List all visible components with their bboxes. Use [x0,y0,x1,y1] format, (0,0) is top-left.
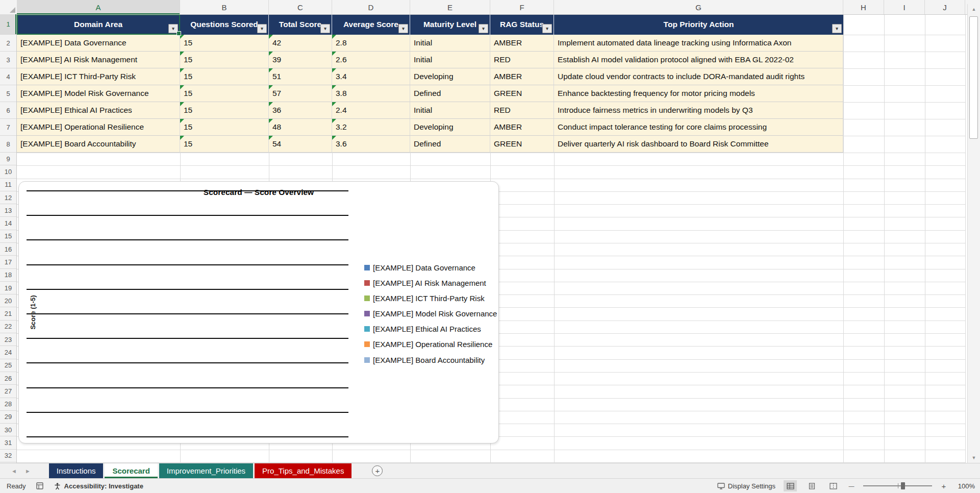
column-header-G[interactable]: G [554,0,843,14]
row-header-32[interactable]: 32 [0,450,16,462]
vertical-scrollbar-thumb[interactable] [969,16,978,139]
cell-B4[interactable]: 15 [180,68,269,85]
cell-A4[interactable]: [EXAMPLE] ICT Third-Party Risk [17,68,180,85]
sheet-tab-improvement_priorities[interactable]: Improvement_Priorities [159,463,253,478]
row-header-20[interactable]: 20 [0,294,16,307]
cell-F6[interactable]: RED [490,102,554,119]
column-header-J[interactable]: J [925,0,965,14]
scroll-up-icon[interactable]: ▲ [968,4,980,14]
table-col-header-A[interactable]: Domain Area▾ [17,14,180,35]
table-col-header-C[interactable]: Total Score▾ [269,14,332,35]
cell-B2[interactable]: 15 [180,35,269,52]
row-header-10[interactable]: 10 [0,165,16,178]
cell-C8[interactable]: 54 [269,136,332,153]
row-header-2[interactable]: 2 [0,35,16,52]
table-col-header-B[interactable]: Questions Scored▾ [180,14,269,35]
cell-B3[interactable]: 15 [180,52,269,68]
table-col-header-E[interactable]: Maturity Level▾ [410,14,490,35]
row-header-7[interactable]: 7 [0,119,16,136]
cell-E8[interactable]: Defined [410,136,490,153]
filter-dropdown-icon[interactable]: ▾ [542,24,552,33]
macro-record-icon[interactable] [36,482,43,489]
row-header-30[interactable]: 30 [0,424,16,436]
cell-B6[interactable]: 15 [180,102,269,119]
row-header-24[interactable]: 24 [0,346,16,359]
cell-G2[interactable]: Implement automated data lineage trackin… [554,35,843,52]
cell-E4[interactable]: Developing [410,68,490,85]
row-header-12[interactable]: 12 [0,191,16,204]
row-header-15[interactable]: 15 [0,230,16,243]
filter-dropdown-icon[interactable]: ▾ [168,24,178,33]
filter-dropdown-icon[interactable]: ▾ [320,24,330,33]
page-break-preview-button[interactable] [826,480,840,491]
row-header-31[interactable]: 31 [0,436,16,449]
cell-A5[interactable]: [EXAMPLE] Model Risk Governance [17,85,180,102]
page-layout-view-button[interactable] [805,480,818,491]
row-header-11[interactable]: 11 [0,179,16,191]
table-col-header-F[interactable]: RAG Status▾ [490,14,554,35]
row-header-18[interactable]: 18 [0,269,16,282]
column-header-F[interactable]: F [490,0,554,14]
cell-F2[interactable]: AMBER [490,35,554,52]
cell-C3[interactable]: 39 [269,52,332,68]
filter-dropdown-icon[interactable]: ▾ [257,24,267,33]
cell-E7[interactable]: Developing [410,119,490,136]
cell-A7[interactable]: [EXAMPLE] Operational Resilience [17,119,180,136]
add-sheet-button[interactable]: + [372,465,383,476]
column-header-H[interactable]: H [843,0,884,14]
row-header-4[interactable]: 4 [0,68,16,85]
cell-A3[interactable]: [EXAMPLE] AI Risk Management [17,52,180,68]
cell-D7[interactable]: 3.2 [332,119,410,136]
row-header-23[interactable]: 23 [0,333,16,346]
row-header-13[interactable]: 13 [0,204,16,217]
zoom-level-label[interactable]: 100% [956,482,975,490]
row-header-28[interactable]: 28 [0,398,16,411]
cell-G5[interactable]: Enhance backtesting frequency for motor … [554,85,843,102]
cell-B8[interactable]: 15 [180,136,269,153]
row-header-22[interactable]: 22 [0,321,16,333]
cell-D6[interactable]: 2.4 [332,102,410,119]
cell-F7[interactable]: AMBER [490,119,554,136]
zoom-out-button[interactable]: — [848,483,855,489]
display-settings-button[interactable]: Display Settings [717,482,775,490]
cell-G7[interactable]: Conduct impact tolerance testing for cor… [554,119,843,136]
row-header-6[interactable]: 6 [0,102,16,119]
cell-D3[interactable]: 2.6 [332,52,410,68]
cell-F3[interactable]: RED [490,52,554,68]
row-header-29[interactable]: 29 [0,411,16,424]
cell-E6[interactable]: Initial [410,102,490,119]
cell-G8[interactable]: Deliver quarterly AI risk dashboard to B… [554,136,843,153]
row-header-19[interactable]: 19 [0,282,16,294]
cell-C7[interactable]: 48 [269,119,332,136]
cell-G6[interactable]: Introduce fairness metrics in underwriti… [554,102,843,119]
column-header-I[interactable]: I [884,0,925,14]
cell-D2[interactable]: 2.8 [332,35,410,52]
cell-F8[interactable]: GREEN [490,136,554,153]
cell-B7[interactable]: 15 [180,119,269,136]
tab-nav-right-icon[interactable]: ► [25,468,31,474]
cell-A8[interactable]: [EXAMPLE] Board Accountability [17,136,180,153]
cell-C5[interactable]: 57 [269,85,332,102]
cell-E3[interactable]: Initial [410,52,490,68]
cell-C6[interactable]: 36 [269,102,332,119]
cell-C2[interactable]: 42 [269,35,332,52]
cell-D5[interactable]: 3.8 [332,85,410,102]
column-header-E[interactable]: E [410,0,490,14]
normal-view-button[interactable] [784,480,797,491]
table-col-header-D[interactable]: Average Score▾ [332,14,410,35]
cell-E5[interactable]: Defined [410,85,490,102]
cell-D8[interactable]: 3.6 [332,136,410,153]
sheet-tab-scorecard[interactable]: Scorecard [105,463,157,478]
zoom-slider[interactable] [863,485,932,486]
row-header-8[interactable]: 8 [0,136,16,153]
vertical-scrollbar[interactable]: ▲ ▼ [967,4,980,463]
cell-F5[interactable]: GREEN [490,85,554,102]
row-header-21[interactable]: 21 [0,307,16,320]
tab-nav-left-icon[interactable]: ◄ [11,468,17,474]
embedded-chart[interactable]: Scorecard — Score Overview Score (1-5) [… [18,181,499,443]
cell-B5[interactable]: 15 [180,85,269,102]
zoom-slider-thumb[interactable] [901,482,905,489]
filter-dropdown-icon[interactable]: ▾ [398,24,408,33]
zoom-in-button[interactable]: + [940,482,947,490]
row-header-1[interactable]: 1 [0,14,16,35]
